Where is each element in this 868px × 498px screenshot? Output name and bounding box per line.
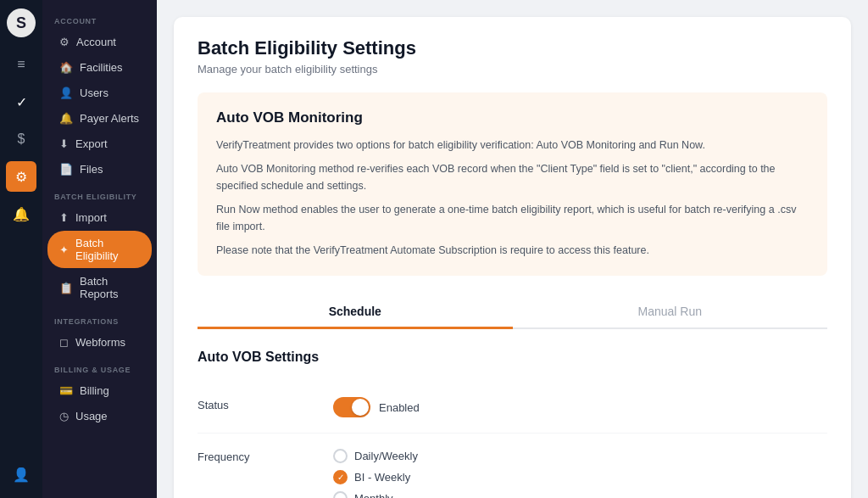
payer-alerts-label: Payer Alerts [80,112,139,125]
radio-daily-weekly-label: Daily/Weekly [354,450,418,462]
account-label: Account [76,36,116,48]
user-icon[interactable]: 👤 [6,459,36,490]
batch-reports-label: Batch Reports [80,275,140,300]
sidebar-item-billing[interactable]: 💳 Billing [47,378,152,403]
settings-title: Auto VOB Settings [198,350,827,365]
status-control: Enabled [333,397,827,417]
sidebar-item-files[interactable]: 📄 Files [47,157,152,182]
info-p2: Auto VOB Monitoring method re-verifies e… [216,160,809,194]
menu-icon[interactable]: ≡ [6,49,36,80]
radio-monthly-circle [333,491,348,498]
tab-manual-run[interactable]: Manual Run [513,296,828,329]
batch-eligibility-icon: ✦ [59,243,69,256]
radio-bi-weekly-label: BI - Weekly [354,471,410,484]
sidebar-item-import[interactable]: ⬆ Import [47,205,152,230]
status-value: Enabled [379,401,420,414]
frequency-label: Frequency [198,449,333,463]
sidebar-item-batch-eligibility[interactable]: ✦ Batch Eligibility [47,231,152,268]
facilities-label: Facilities [80,61,123,74]
tab-schedule[interactable]: Schedule [198,296,513,329]
account-icon: ⚙ [59,36,70,48]
sidebar-item-webforms[interactable]: ◻ Webforms [47,330,152,355]
export-label: Export [75,137,108,150]
frequency-row: Frequency Daily/Weekly BI - Weekly Month… [198,434,827,498]
page-title: Batch Eligibility Settings [198,37,827,59]
facilities-icon: 🏠 [59,61,73,74]
users-icon: 👤 [59,87,73,99]
sidebar-item-usage[interactable]: ◷ Usage [47,404,152,428]
radio-monthly-label: Monthly [354,492,393,498]
sidebar-strip: S ≡ ✓ $ ⚙ 🔔 👤 [0,0,42,498]
check-icon[interactable]: ✓ [6,87,36,117]
toggle-wrapper: Enabled [333,397,827,417]
sidebar-item-users[interactable]: 👤 Users [47,81,152,105]
radio-bi-weekly[interactable]: BI - Weekly [333,470,827,484]
radio-daily-weekly-circle [333,449,348,463]
payer-alerts-icon: 🔔 [59,112,73,125]
tabs: Schedule Manual Run [198,296,827,329]
integrations-section-label: INTEGRATIONS [42,307,157,329]
sidebar-item-payer-alerts[interactable]: 🔔 Payer Alerts [47,106,152,131]
status-label: Status [198,397,333,411]
frequency-control: Daily/Weekly BI - Weekly Monthly [333,449,827,498]
webforms-label: Webforms [75,336,125,349]
account-section-label: ACCOUNT [42,7,157,29]
usage-icon: ◷ [59,410,69,422]
toggle-knob [352,399,369,416]
billing-label: Billing [80,384,109,397]
main-content: Batch Eligibility Settings Manage your b… [157,0,868,498]
status-toggle[interactable] [333,397,370,417]
page-subtitle: Manage your batch eligibility settings [198,63,827,76]
files-icon: 📄 [59,163,73,176]
import-icon: ⬆ [59,211,69,224]
app-logo: S [7,8,36,37]
status-row: Status Enabled [198,382,827,434]
sidebar-item-batch-reports[interactable]: 📋 Batch Reports [47,269,152,306]
info-p1: VerifyTreatment provides two options for… [216,137,809,154]
files-label: Files [80,163,103,176]
info-box: Auto VOB Monitoring VerifyTreatment prov… [198,92,827,276]
bell-icon[interactable]: 🔔 [6,199,36,229]
users-label: Users [80,87,108,99]
info-box-title: Auto VOB Monitoring [216,109,809,126]
billing-section-label: BILLING & USAGE [42,355,157,378]
radio-group: Daily/Weekly BI - Weekly Monthly [333,449,827,498]
info-p3: Run Now method enables the user to gener… [216,201,809,235]
radio-daily-weekly[interactable]: Daily/Weekly [333,449,827,463]
sidebar-item-facilities[interactable]: 🏠 Facilities [47,55,152,80]
content-card: Batch Eligibility Settings Manage your b… [174,17,851,498]
sidebar-item-export[interactable]: ⬇ Export [47,131,152,156]
info-p4: Please note that the VerifyTreatment Aut… [216,242,809,259]
billing-icon: 💳 [59,384,73,397]
batch-eligibility-label: Batch Eligibility [75,237,140,262]
webforms-icon: ◻ [59,336,69,349]
dollar-icon[interactable]: $ [6,124,36,154]
export-icon: ⬇ [59,137,69,150]
usage-label: Usage [75,410,108,422]
sidebar-item-account[interactable]: ⚙ Account [47,30,152,54]
gear-icon[interactable]: ⚙ [6,161,36,192]
radio-bi-weekly-circle [333,470,348,484]
import-label: Import [75,211,107,224]
sidebar-nav: ACCOUNT ⚙ Account 🏠 Facilities 👤 Users 🔔… [42,0,157,498]
radio-monthly[interactable]: Monthly [333,491,827,498]
batch-reports-icon: 📋 [59,282,73,294]
batch-section-label: BATCH ELIGIBILITY [42,182,157,204]
